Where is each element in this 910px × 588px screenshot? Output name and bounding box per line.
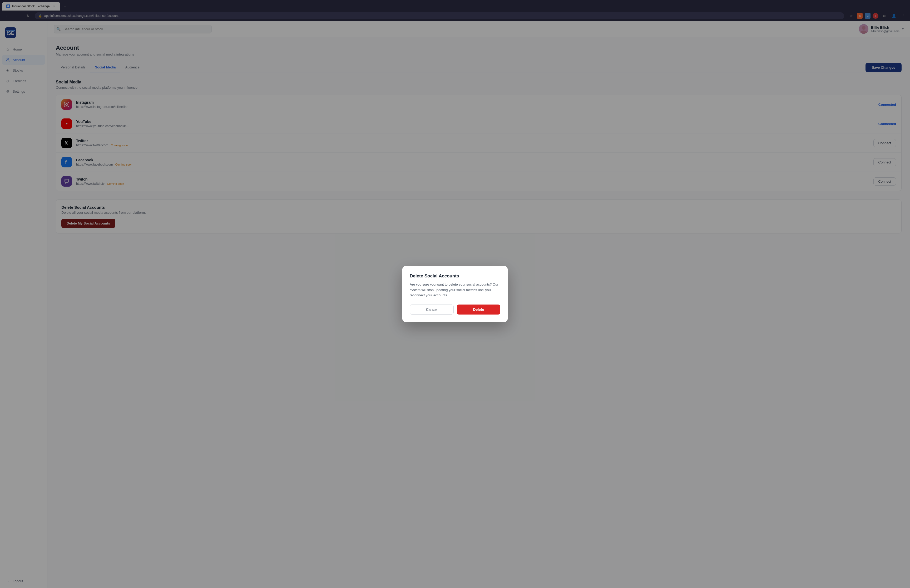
modal-actions: Cancel Delete bbox=[410, 305, 500, 315]
modal-text: Are you sure you want to delete your soc… bbox=[410, 282, 500, 298]
modal-overlay[interactable]: Delete Social Accounts Are you sure you … bbox=[0, 0, 910, 588]
modal-title: Delete Social Accounts bbox=[410, 273, 500, 279]
delete-confirmation-modal: Delete Social Accounts Are you sure you … bbox=[402, 266, 508, 322]
modal-cancel-button[interactable]: Cancel bbox=[410, 305, 454, 315]
modal-delete-button[interactable]: Delete bbox=[457, 305, 500, 315]
